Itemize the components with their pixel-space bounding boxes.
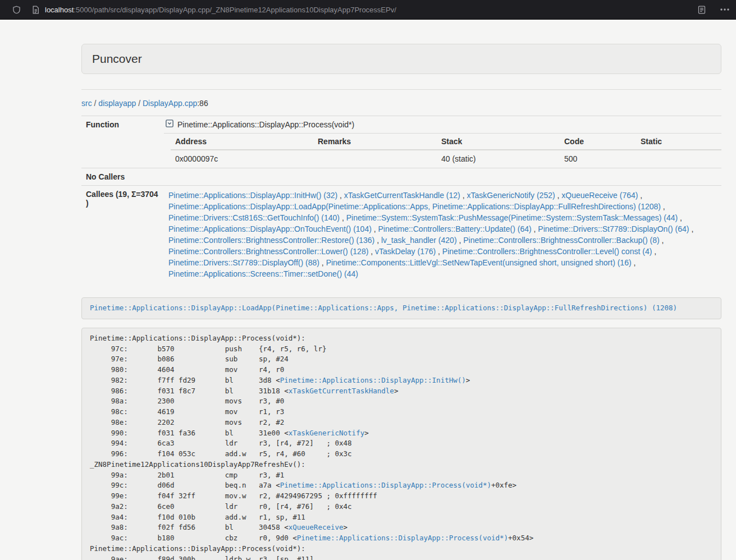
metrics-header-row: Address Remarks Stack Code Static xyxy=(171,134,721,150)
static-value xyxy=(636,150,721,168)
callee-link[interactable]: Pinetime::Controllers::BrightnessControl… xyxy=(168,247,368,256)
callee-separator: , xyxy=(368,247,375,256)
breadcrumb-link[interactable]: DisplayApp.cpp xyxy=(143,99,197,108)
breadcrumb-separator: / xyxy=(136,99,143,108)
url-host: localhost xyxy=(45,6,74,14)
disassembly-code: Pinetime::Applications::DisplayApp::Proc… xyxy=(81,328,721,560)
callee-separator: , xyxy=(374,236,381,245)
callees-label: Callees (19, Σ=3704 ) xyxy=(81,186,164,284)
callee-link[interactable]: Pinetime::Applications::Screens::Timer::… xyxy=(168,269,358,278)
reader-mode-icon[interactable] xyxy=(698,6,706,14)
shield-icon[interactable] xyxy=(12,5,21,15)
callees-list: Pinetime::Applications::DisplayApp::Init… xyxy=(164,186,721,284)
disassembly-symbol-link[interactable]: xTaskGenericNotify xyxy=(289,429,364,437)
code-value: 500 xyxy=(560,150,636,168)
callee-separator: , xyxy=(372,224,378,233)
callee-link[interactable]: xQueueReceive (764) xyxy=(561,191,638,200)
callee-separator: , xyxy=(340,213,346,222)
callee-link[interactable]: Pinetime::Drivers::Cst816S::GetTouchInfo… xyxy=(168,213,340,222)
url-path: :5000/path/src/displayapp/DisplayApp.cpp… xyxy=(74,6,396,14)
callee-link[interactable]: Pinetime::Drivers::St7789::DisplayOn() (… xyxy=(538,224,689,233)
callee-separator: , xyxy=(652,247,656,256)
breadcrumb-line-number: :86 xyxy=(197,99,208,108)
metrics-value-row: 0x0000097c 40 (static) 500 xyxy=(171,150,721,168)
callees-row: Callees (19, Σ=3704 ) Pinetime::Applicat… xyxy=(81,186,721,284)
callee-separator: , xyxy=(555,191,562,200)
stack-value: 40 (static) xyxy=(437,150,560,168)
callee-link[interactable]: Pinetime::Applications::DisplayApp::OnTo… xyxy=(168,224,372,233)
function-detail-cell: Pinetime::Applications::DisplayApp::Proc… xyxy=(164,116,721,168)
disassembly-symbol-link[interactable]: Pinetime::Applications::DisplayApp::Proc… xyxy=(280,481,491,489)
callee-separator: , xyxy=(457,236,464,245)
callee-separator: , xyxy=(660,236,664,245)
column-header-remarks: Remarks xyxy=(313,134,437,150)
callee-link[interactable]: lv_task_handler (420) xyxy=(381,236,457,245)
callee-link[interactable]: Pinetime::Controllers::BrightnessControl… xyxy=(442,247,652,256)
callee-separator: , xyxy=(632,258,636,267)
breadcrumb-separator: / xyxy=(92,99,99,108)
callee-link[interactable]: vTaskDelay (176) xyxy=(375,247,436,256)
callee-link[interactable]: xTaskGenericNotify (252) xyxy=(467,191,555,200)
browser-toolbar: localhost:5000/path/src/displayapp/Displ… xyxy=(0,0,736,20)
callee-link[interactable]: Pinetime::Controllers::BrightnessControl… xyxy=(463,236,659,245)
column-header-address: Address xyxy=(171,134,313,150)
callee-link[interactable]: Pinetime::Controllers::BrightnessControl… xyxy=(168,236,374,245)
callers-row: No Callers xyxy=(81,168,721,186)
remarks-value xyxy=(313,150,437,168)
page-info-icon[interactable] xyxy=(32,6,39,14)
function-metrics-table: Address Remarks Stack Code Static 0x0000… xyxy=(171,134,721,168)
callee-link[interactable]: xTaskGetCurrentTaskHandle (12) xyxy=(344,191,460,200)
callers-label: No Callers xyxy=(81,168,164,186)
callee-link[interactable]: Pinetime::Drivers::St7789::DisplayOff() … xyxy=(168,258,319,267)
disassembly-symbol-link[interactable]: xTaskGetCurrentTaskHandle xyxy=(289,387,394,395)
column-header-code: Code xyxy=(560,134,636,150)
callee-link[interactable]: Pinetime::Controllers::Battery::Update()… xyxy=(378,224,532,233)
function-name-line: Pinetime::Applications::DisplayApp::Proc… xyxy=(164,116,721,134)
toolbar-right-group xyxy=(698,6,729,14)
disassembly-symbol-link[interactable]: Pinetime::Applications::DisplayApp::Proc… xyxy=(297,534,508,542)
column-header-stack: Stack xyxy=(437,134,560,150)
breadcrumb: src / displayapp / DisplayApp.cpp:86 xyxy=(81,99,721,108)
header-divider xyxy=(81,89,721,90)
disassembly-symbol-link[interactable]: xQueueReceive xyxy=(289,523,344,531)
callee-separator: , xyxy=(460,191,467,200)
callers-list xyxy=(164,168,721,186)
column-header-static: Static xyxy=(636,134,721,150)
app-header: Puncover xyxy=(81,44,721,74)
callee-separator: , xyxy=(661,202,665,211)
disassembly-symbol-link[interactable]: Pinetime::Applications::DisplayApp::Init… xyxy=(280,376,466,384)
address-value: 0x0000097c xyxy=(171,150,313,168)
address-bar[interactable]: localhost:5000/path/src/displayapp/Displ… xyxy=(45,6,698,14)
breadcrumb-link[interactable]: displayapp xyxy=(98,99,136,108)
callee-separator: , xyxy=(319,258,326,267)
breadcrumb-link[interactable]: src xyxy=(81,99,92,108)
callee-link[interactable]: Pinetime::System::SystemTask::PushMessag… xyxy=(346,213,678,222)
callee-separator: , xyxy=(436,247,442,256)
main-content: Puncover src / displayapp / DisplayApp.c… xyxy=(81,44,721,560)
menu-ellipsis-icon[interactable] xyxy=(720,8,729,11)
function-row: Function Pinetime::Applications::Display… xyxy=(81,116,721,168)
callee-link[interactable]: Pinetime::Applications::DisplayApp::Load… xyxy=(168,202,661,211)
page-title: Puncover xyxy=(92,52,711,66)
symbol-table: Function Pinetime::Applications::Display… xyxy=(81,116,721,283)
callee-separator: , xyxy=(678,213,682,222)
callee-separator: , xyxy=(337,191,344,200)
callee-separator: , xyxy=(689,224,694,233)
highlighted-callee-box: Pinetime::Applications::DisplayApp::Load… xyxy=(81,297,721,319)
function-name: Pinetime::Applications::DisplayApp::Proc… xyxy=(177,120,354,129)
callee-separator: , xyxy=(532,224,538,233)
callee-link[interactable]: Pinetime::Applications::DisplayApp::Init… xyxy=(168,191,337,200)
callee-link[interactable]: Pinetime::Components::LittleVgl::SetNewT… xyxy=(326,258,632,267)
function-label: Function xyxy=(81,116,164,168)
callee-separator: , xyxy=(638,191,642,200)
function-icon xyxy=(166,120,173,129)
highlighted-callee-link[interactable]: Pinetime::Applications::DisplayApp::Load… xyxy=(90,304,677,312)
